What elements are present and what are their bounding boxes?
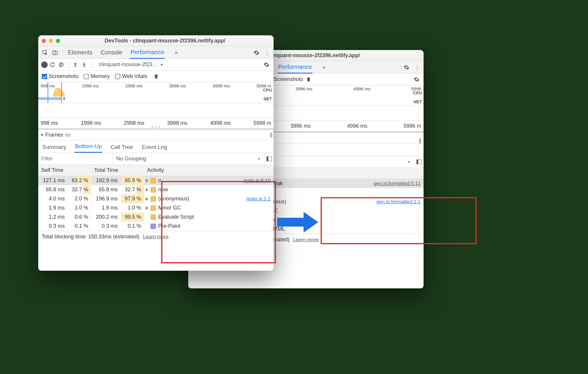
learn-more-link[interactable]: Learn more xyxy=(293,237,319,243)
checkbox-icon xyxy=(42,74,47,79)
panel-tabs: Elements Console Performance » xyxy=(66,46,182,59)
col-total-time[interactable]: Total Time xyxy=(91,165,144,176)
expand-icon[interactable] xyxy=(146,188,148,192)
tab-performance[interactable]: Performance xyxy=(130,46,165,59)
col-self-time[interactable]: Self Time xyxy=(38,165,91,176)
table-row[interactable]: 1.2 ms0.6 %200.2 ms99.5 %Evaluate Script xyxy=(38,212,274,222)
gear-icon[interactable] xyxy=(412,75,421,84)
self-pct: 63.2 % xyxy=(68,176,91,185)
resize-handle-icon[interactable]: • • • xyxy=(151,125,160,129)
self-pct: 32.7 % xyxy=(68,185,91,194)
ruler-tick: 5996 m xyxy=(404,123,421,129)
gear-icon[interactable] xyxy=(402,63,411,72)
capture-options: Screenshots Memory Web Vitals xyxy=(38,71,274,82)
side-panel-toggle-icon[interactable] xyxy=(264,153,274,164)
annotation-arrow-icon xyxy=(277,212,320,232)
source-link[interactable]: main.js:1:1 xyxy=(246,196,271,202)
side-panel-toggle-icon[interactable] xyxy=(414,156,424,167)
record-icon[interactable] xyxy=(41,61,48,68)
scrollbar-thumb[interactable] xyxy=(270,132,272,138)
minimize-icon[interactable] xyxy=(49,39,53,43)
inspect-icon[interactable] xyxy=(41,48,49,57)
total-ms: 65.8 ms xyxy=(91,185,121,194)
chevron-down-icon: ▼ xyxy=(160,63,164,67)
divider xyxy=(69,61,69,69)
source-link[interactable]: gen.js:formatted:5:11 xyxy=(374,181,421,187)
total-pct: 1.0 % xyxy=(121,203,144,212)
table-row[interactable]: 1.9 ms1.0 %1.9 ms1.0 %Minor GC xyxy=(38,203,274,212)
device-toggle-icon[interactable] xyxy=(51,48,59,57)
tab-elements[interactable]: Elements xyxy=(67,47,93,58)
total-ms: 0.3 ms xyxy=(91,222,121,231)
source-link[interactable]: gen.js:formatted:1:1 xyxy=(377,199,421,205)
trash-icon[interactable] xyxy=(154,74,161,79)
self-pct: 0.1 % xyxy=(68,222,91,231)
webvitals-label: Web Vitals xyxy=(122,73,147,79)
self-ms: 65.8 ms xyxy=(38,185,68,194)
table-row[interactable]: 127.1 ms63.2 %192.9 ms95.9 %omain.js:6:1… xyxy=(38,176,274,185)
expand-icon[interactable] xyxy=(146,206,148,210)
grouping-select[interactable]: No Grouping ▼ xyxy=(113,156,264,162)
expand-icon[interactable] xyxy=(146,179,148,182)
col-activity[interactable]: Activity xyxy=(144,165,274,176)
learn-more-link[interactable]: Learn more xyxy=(143,234,169,240)
more-tabs-icon[interactable]: » xyxy=(172,48,181,57)
table-row[interactable]: 65.8 ms32.7 %65.8 ms32.7 %now xyxy=(38,185,274,194)
memory-checkbox[interactable]: Memory xyxy=(84,73,110,79)
kebab-icon[interactable]: ⋮ xyxy=(413,63,421,72)
self-ms: 4.0 ms xyxy=(38,194,68,203)
source-link[interactable]: main.js:6:10 xyxy=(244,178,271,184)
svg-rect-8 xyxy=(83,66,86,67)
screenshots-checkbox[interactable]: Screenshots xyxy=(42,73,78,79)
filter-row: No Grouping ▼ xyxy=(38,153,274,165)
frames-label: Frames xyxy=(45,132,63,138)
filter-input[interactable] xyxy=(38,153,113,164)
grouping-label: No Grouping xyxy=(116,156,146,162)
more-tabs-icon[interactable]: » xyxy=(319,63,328,72)
activity-name: now xyxy=(158,187,168,193)
self-ms: 1.2 ms xyxy=(38,212,68,222)
activity-name: o xyxy=(158,177,161,184)
subtab-bottomup[interactable]: Bottom-Up xyxy=(74,141,102,153)
webvitals-checkbox[interactable]: Web Vitals xyxy=(115,73,147,79)
flamechart-frames-row[interactable]: ▶ Frames ns xyxy=(38,129,274,141)
checkbox-icon xyxy=(84,74,89,79)
site-name: clinquant-mousse-2f23… xyxy=(99,61,158,68)
gear-icon[interactable] xyxy=(262,61,271,69)
activity-name: (anonymous) xyxy=(158,196,189,202)
overview-timeline[interactable]: 998 ms1998 ms2998 ms3998 ms4998 ms5998 m… xyxy=(38,82,274,103)
table-row[interactable]: 4.0 ms2.0 %196.9 ms97.9 %(anonymous)main… xyxy=(38,194,274,203)
tab-console[interactable]: Console xyxy=(100,47,123,58)
time-ruler[interactable]: 998 ms 1998 ms 2998 ms 3998 ms 4998 ms 5… xyxy=(38,118,274,129)
subtab-calltree[interactable]: Call Tree xyxy=(110,142,134,153)
checkbox-icon xyxy=(115,74,120,79)
table-row[interactable]: 0.3 ms0.1 %0.3 ms0.1 %Pre-Paint xyxy=(38,222,274,231)
total-ms: 192.9 ms xyxy=(91,176,121,185)
expand-icon[interactable]: ▶ xyxy=(41,133,44,137)
download-icon[interactable] xyxy=(81,62,89,67)
titlebar[interactable]: DevTools - clinquant-mousse-2f2396.netli… xyxy=(38,35,274,46)
trash-icon[interactable] xyxy=(306,77,313,82)
tab-performance[interactable]: Performance xyxy=(278,61,313,74)
subtab-summary[interactable]: Summary xyxy=(42,142,67,153)
maximize-icon[interactable] xyxy=(56,39,60,43)
ruler-tick: 1998 ms xyxy=(81,120,101,126)
close-icon[interactable] xyxy=(42,39,46,43)
script-icon xyxy=(151,224,156,229)
subtab-eventlog[interactable]: Event Log xyxy=(141,142,168,153)
clear-icon[interactable] xyxy=(58,62,65,68)
upload-icon[interactable] xyxy=(73,62,80,67)
kebab-icon[interactable]: ⋮ xyxy=(263,49,271,57)
expand-icon[interactable] xyxy=(146,197,148,201)
marker-line xyxy=(48,82,48,103)
footer: Total blocking time: 150.33ms (estimated… xyxy=(38,231,274,242)
site-selector[interactable]: clinquant-mousse-2f23… ▼ xyxy=(96,61,166,69)
reload-icon[interactable] xyxy=(49,62,56,68)
scrollbar-thumb[interactable] xyxy=(419,138,421,144)
script-icon xyxy=(151,205,156,211)
svg-rect-4 xyxy=(55,51,57,54)
main-toolbar: Elements Console Performance » ⋮ xyxy=(38,46,274,59)
overview-tick: 4998 ms xyxy=(213,83,230,88)
gear-icon[interactable] xyxy=(252,49,261,57)
window-title: DevTools - clinquant-mousse-2f2396.netli… xyxy=(63,38,267,44)
